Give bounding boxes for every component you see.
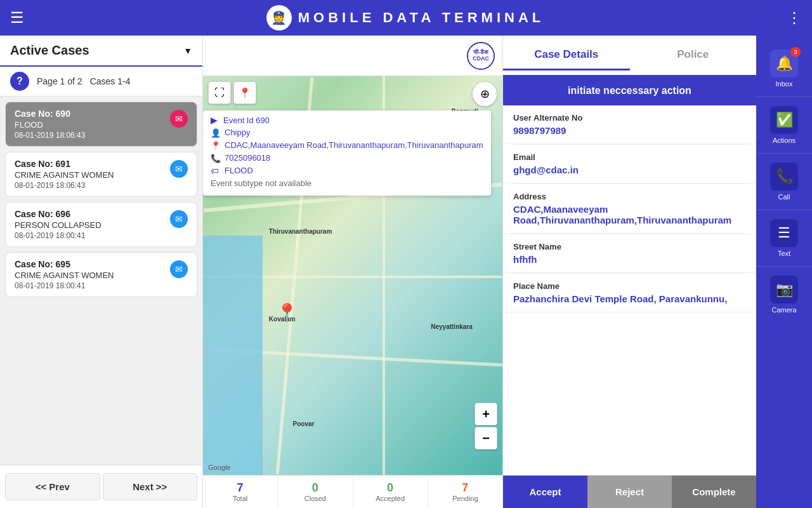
street-label: Street Name (513, 242, 746, 251)
case-icon-blue: ✉ (170, 210, 188, 228)
accepted-stat: 0 Accepted (353, 476, 428, 508)
address-label: Address (513, 192, 746, 201)
zoom-in-button[interactable]: + (475, 403, 497, 425)
event-phone-row: 📞 7025096018 (211, 153, 483, 163)
call-label: Call (778, 193, 790, 201)
event-id-row: ▶ Event Id 690 (211, 116, 483, 125)
case-list: Case No: 690 FLOOD 08-01-2019 18:06:43 ✉… (0, 97, 202, 465)
complete-button[interactable]: Complete (672, 476, 756, 508)
event-type-row: 🏷 FLOOD (211, 166, 483, 176)
event-address-text: CDAC,Maanaveeyam Road,Thiruvananthapuram… (225, 140, 483, 150)
action-buttons: Accept Reject Complete (503, 475, 756, 508)
case-info: Case No: 695 CRIME AGAINST WOMEN 08-01-2… (15, 259, 165, 290)
event-type-text: FLOOD (225, 166, 253, 175)
zoom-out-button[interactable]: − (475, 427, 497, 450)
help-button[interactable]: ? (10, 72, 29, 91)
tab-police[interactable]: Police (630, 41, 757, 70)
text-icon: ☰ (770, 219, 798, 247)
case-number: Case No: 695 (15, 259, 165, 269)
sidebar-item-inbox[interactable]: 🔔 3 Inbox (756, 41, 812, 97)
next-page-button[interactable]: Next >> (103, 473, 198, 500)
tab-case-details[interactable]: Case Details (503, 41, 630, 70)
case-date: 08-01-2019 18:06:43 (15, 181, 165, 190)
reject-button[interactable]: Reject (587, 476, 672, 508)
event-phone-text: 7025096018 (225, 153, 270, 163)
case-list-item[interactable]: Case No: 690 FLOOD 08-01-2019 18:06:43 ✉ (5, 102, 197, 147)
email-section: Email ghgd@cdac.in (503, 145, 756, 184)
map-label-neyyattinkara: Neyyattinkara (431, 323, 473, 330)
event-expand-icon[interactable]: ▶ (211, 116, 217, 125)
text-label: Text (778, 250, 790, 257)
bell-icon: 🔔 3 (770, 50, 798, 77)
total-count: 7 (237, 481, 244, 495)
prev-page-button[interactable]: << Prev (5, 473, 100, 500)
more-options-icon[interactable]: ⋮ (787, 9, 802, 27)
sidebar-item-call[interactable]: 📞 Call (756, 154, 812, 210)
sidebar-item-actions[interactable]: ✅ Actions (756, 97, 812, 154)
cdac-strip: सी-डैकCDAC (203, 36, 502, 76)
middle-panel: सी-डैकCDAC Ponmudi Thiruvananthapuram Wi… (203, 36, 502, 508)
inbox-badge: 3 (790, 47, 801, 57)
event-subtype-text: Event subtype not available (211, 178, 311, 188)
logo-area: 👮 MOBILE DATA TERMINAL (266, 5, 544, 30)
pending-count: 7 (462, 481, 468, 495)
logo-icon: 👮 (266, 5, 292, 30)
place-label: Place Name (513, 281, 746, 291)
sidebar-item-camera[interactable]: 📷 Camera (756, 267, 812, 323)
left-panel: Active Cases ▼ ? Page 1 of 2 Cases 1-4 C… (0, 36, 203, 508)
page-number: Page 1 of 2 (37, 76, 82, 86)
case-type: PERSON COLLAPSED (15, 220, 165, 230)
actions-check-icon: ✅ (770, 106, 798, 134)
case-list-item[interactable]: Case No: 696 PERSON COLLAPSED 08-01-2019… (5, 202, 197, 247)
far-right-sidebar: 🔔 3 Inbox ✅ Actions 📞 Call ☰ Text 📷 Came… (756, 36, 812, 508)
pin-map-button[interactable]: 📍 (233, 81, 256, 104)
action-banner: initiate neccessary action (503, 76, 756, 105)
case-list-item[interactable]: Case No: 695 CRIME AGAINST WOMEN 08-01-2… (5, 252, 197, 297)
pending-stat: 7 Pending (428, 476, 502, 508)
right-panel: Case Details Police initiate neccessary … (502, 36, 756, 508)
map-area[interactable]: Ponmudi Thiruvananthapuram Wildlife Sanc… (203, 76, 502, 475)
total-label: Total (233, 495, 247, 502)
closed-label: Closed (304, 495, 326, 502)
case-icon-pink: ✉ (170, 110, 188, 128)
case-status-icon: ✉ (170, 210, 188, 228)
camera-label: Camera (771, 306, 796, 314)
total-stat: 7 Total (203, 476, 278, 508)
pagination: << Prev Next >> (0, 465, 202, 508)
accepted-label: Accepted (376, 495, 405, 502)
case-status-icon: ✉ (170, 160, 188, 178)
email-value: ghgd@cdac.in (513, 164, 746, 175)
case-info: Case No: 696 PERSON COLLAPSED 08-01-2019… (15, 209, 165, 240)
event-address-row: 📍 CDAC,Maanaveeyam Road,Thiruvananthapur… (211, 140, 483, 150)
expand-map-button[interactable]: ⛶ (208, 81, 231, 104)
stats-bar: 7 Total 0 Closed 0 Accepted 7 Pending (203, 475, 502, 508)
dropdown-arrow-icon[interactable]: ▼ (183, 46, 192, 56)
zoom-controls: + − (475, 403, 497, 450)
map-label-thiruvananthapuram: Thiruvananthapuram (269, 228, 332, 235)
case-list-item[interactable]: Case No: 691 CRIME AGAINST WOMEN 08-01-2… (5, 152, 197, 197)
main-layout: Active Cases ▼ ? Page 1 of 2 Cases 1-4 C… (0, 36, 812, 508)
event-name-row: 👤 Chippy (211, 128, 483, 138)
app-title: MOBILE DATA TERMINAL (298, 10, 544, 26)
case-date: 08-01-2019 18:06:43 (15, 131, 165, 140)
cases-range: Cases 1-4 (90, 76, 131, 86)
phone-call-icon: 📞 (770, 163, 798, 190)
user-alt-no-label: User Alternate No (513, 113, 746, 123)
event-subtype-row: Event subtype not available (211, 178, 483, 188)
sidebar-item-text[interactable]: ☰ Text (756, 210, 812, 267)
cdac-emblem: सी-डैकCDAC (467, 42, 495, 70)
camera-icon: 📷 (770, 276, 798, 304)
map-label-poovar: Poovar (293, 420, 315, 427)
case-info: Case No: 690 FLOOD 08-01-2019 18:06:43 (15, 109, 165, 140)
person-icon: 👤 (211, 128, 221, 138)
place-value: Pazhanchira Devi Temple Road, Paravankun… (513, 293, 746, 304)
event-name-text: Chippy (225, 128, 250, 137)
accept-button[interactable]: Accept (503, 476, 587, 508)
case-number: Case No: 696 (15, 209, 165, 219)
menu-icon[interactable]: ☰ (10, 9, 24, 27)
closed-count: 0 (312, 481, 318, 495)
case-info: Case No: 691 CRIME AGAINST WOMEN 08-01-2… (15, 159, 165, 190)
active-cases-header[interactable]: Active Cases ▼ (0, 36, 202, 67)
case-status-icon: ✉ (170, 110, 188, 128)
locate-button[interactable]: ⊕ (472, 81, 497, 107)
